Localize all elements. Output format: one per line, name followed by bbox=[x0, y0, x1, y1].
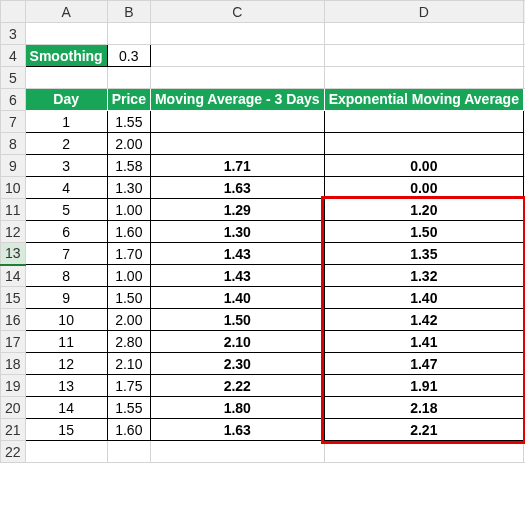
row-header[interactable]: 22 bbox=[1, 441, 26, 463]
cell[interactable] bbox=[25, 67, 107, 89]
cell-ema[interactable]: 1.42 bbox=[324, 309, 523, 331]
cell[interactable] bbox=[150, 67, 324, 89]
cell-ma3[interactable]: 2.10 bbox=[150, 331, 324, 353]
cell-ma3[interactable]: 1.63 bbox=[150, 177, 324, 199]
cell-ma3[interactable]: 1.80 bbox=[150, 397, 324, 419]
row-header[interactable]: 18 bbox=[1, 353, 26, 375]
cell-day[interactable]: 5 bbox=[25, 199, 107, 221]
row-header[interactable]: 10 bbox=[1, 177, 26, 199]
cell-price[interactable]: 1.58 bbox=[107, 155, 150, 177]
cell[interactable] bbox=[107, 67, 150, 89]
cell-ema[interactable]: 1.35 bbox=[324, 243, 523, 265]
row-header[interactable]: 15 bbox=[1, 287, 26, 309]
cell-ema[interactable] bbox=[324, 133, 523, 155]
cell-ma3[interactable]: 1.63 bbox=[150, 419, 324, 441]
cell-price[interactable]: 1.60 bbox=[107, 419, 150, 441]
cell-ma3[interactable]: 1.43 bbox=[150, 243, 324, 265]
cell-ma3[interactable] bbox=[150, 111, 324, 133]
cell-price[interactable]: 2.80 bbox=[107, 331, 150, 353]
cell-price[interactable]: 1.60 bbox=[107, 221, 150, 243]
cell-day[interactable]: 15 bbox=[25, 419, 107, 441]
cell-ema[interactable]: 1.47 bbox=[324, 353, 523, 375]
cell-ema[interactable]: 1.20 bbox=[324, 199, 523, 221]
cell-day[interactable]: 2 bbox=[25, 133, 107, 155]
cell-ma3[interactable]: 1.71 bbox=[150, 155, 324, 177]
cell-day[interactable]: 6 bbox=[25, 221, 107, 243]
row-header[interactable]: 4 bbox=[1, 45, 26, 67]
cell-price[interactable]: 1.55 bbox=[107, 397, 150, 419]
cell-price[interactable]: 1.00 bbox=[107, 199, 150, 221]
row-header[interactable]: 16 bbox=[1, 309, 26, 331]
cell[interactable] bbox=[150, 23, 324, 45]
col-price-header[interactable]: Price bbox=[107, 89, 150, 111]
row-header[interactable]: 14 bbox=[1, 265, 26, 287]
cell-ma3[interactable]: 1.30 bbox=[150, 221, 324, 243]
cell-day[interactable]: 4 bbox=[25, 177, 107, 199]
cell-day[interactable]: 12 bbox=[25, 353, 107, 375]
cell[interactable] bbox=[25, 441, 107, 463]
cell-price[interactable]: 2.00 bbox=[107, 133, 150, 155]
col-header-D[interactable]: D bbox=[324, 1, 523, 23]
row-header[interactable]: 19 bbox=[1, 375, 26, 397]
cell-day[interactable]: 3 bbox=[25, 155, 107, 177]
cell-ema[interactable]: 0.00 bbox=[324, 155, 523, 177]
cell-day[interactable]: 13 bbox=[25, 375, 107, 397]
cell-day[interactable]: 11 bbox=[25, 331, 107, 353]
smoothing-label[interactable]: Smoothing bbox=[25, 45, 107, 67]
col-header-A[interactable]: A bbox=[25, 1, 107, 23]
cell-ema[interactable]: 1.40 bbox=[324, 287, 523, 309]
col-header-B[interactable]: B bbox=[107, 1, 150, 23]
cell[interactable] bbox=[324, 45, 523, 67]
cell-ema[interactable]: 1.91 bbox=[324, 375, 523, 397]
cell-ma3[interactable]: 1.43 bbox=[150, 265, 324, 287]
select-all-corner[interactable] bbox=[1, 1, 26, 23]
cell-day[interactable]: 8 bbox=[25, 265, 107, 287]
spreadsheet[interactable]: A B C D E 3 4 Smoothing 0.3 5 6 Day Pric… bbox=[0, 0, 525, 463]
cell-price[interactable]: 1.75 bbox=[107, 375, 150, 397]
row-header[interactable]: 21 bbox=[1, 419, 26, 441]
cell-ema[interactable] bbox=[324, 111, 523, 133]
cell-ema[interactable]: 0.00 bbox=[324, 177, 523, 199]
cell-day[interactable]: 10 bbox=[25, 309, 107, 331]
cell-ma3[interactable]: 1.40 bbox=[150, 287, 324, 309]
row-header[interactable]: 11 bbox=[1, 199, 26, 221]
row-header[interactable]: 7 bbox=[1, 111, 26, 133]
row-header[interactable]: 3 bbox=[1, 23, 26, 45]
cell[interactable] bbox=[150, 45, 324, 67]
cell-price[interactable]: 2.10 bbox=[107, 353, 150, 375]
row-header[interactable]: 13 bbox=[1, 243, 26, 265]
row-header[interactable]: 12 bbox=[1, 221, 26, 243]
cell-price[interactable]: 1.50 bbox=[107, 287, 150, 309]
cell-price[interactable]: 1.00 bbox=[107, 265, 150, 287]
cell-ma3[interactable]: 1.29 bbox=[150, 199, 324, 221]
cell-ma3[interactable]: 2.30 bbox=[150, 353, 324, 375]
cell-ma3[interactable] bbox=[150, 133, 324, 155]
row-header[interactable]: 9 bbox=[1, 155, 26, 177]
smoothing-value[interactable]: 0.3 bbox=[107, 45, 150, 67]
cell-ema[interactable]: 2.21 bbox=[324, 419, 523, 441]
col-ma3-header[interactable]: Moving Average - 3 Days bbox=[150, 89, 324, 111]
cell-ema[interactable]: 1.32 bbox=[324, 265, 523, 287]
row-header[interactable]: 20 bbox=[1, 397, 26, 419]
row-header[interactable]: 6 bbox=[1, 89, 26, 111]
cell-ma3[interactable]: 2.22 bbox=[150, 375, 324, 397]
cell[interactable] bbox=[25, 23, 107, 45]
col-ema-header[interactable]: Exponential Moving Average bbox=[324, 89, 523, 111]
cell[interactable] bbox=[107, 23, 150, 45]
cell-price[interactable]: 1.70 bbox=[107, 243, 150, 265]
cell-ema[interactable]: 1.50 bbox=[324, 221, 523, 243]
cell-day[interactable]: 1 bbox=[25, 111, 107, 133]
col-day-header[interactable]: Day bbox=[25, 89, 107, 111]
cell[interactable] bbox=[324, 441, 523, 463]
row-header[interactable]: 17 bbox=[1, 331, 26, 353]
row-header[interactable]: 5 bbox=[1, 67, 26, 89]
cell-price[interactable]: 1.30 bbox=[107, 177, 150, 199]
cell[interactable] bbox=[324, 67, 523, 89]
cell-ema[interactable]: 2.18 bbox=[324, 397, 523, 419]
cell-price[interactable]: 2.00 bbox=[107, 309, 150, 331]
cell[interactable] bbox=[150, 441, 324, 463]
row-header[interactable]: 8 bbox=[1, 133, 26, 155]
cell[interactable] bbox=[324, 23, 523, 45]
cell[interactable] bbox=[107, 441, 150, 463]
cell-ema[interactable]: 1.41 bbox=[324, 331, 523, 353]
